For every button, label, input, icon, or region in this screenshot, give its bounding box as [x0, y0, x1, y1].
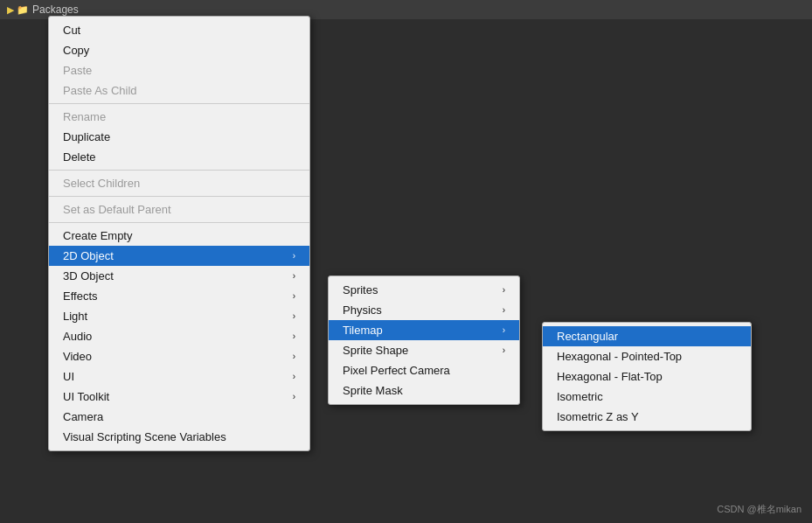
menu-item-label-sprites: Sprites — [343, 283, 378, 296]
menu-item-label-select-children: Select Children — [63, 177, 140, 190]
menu-item-label-rename: Rename — [63, 110, 106, 123]
menu-item-label-2d-object: 2D Object — [63, 249, 114, 262]
menu-item-sprite-mask[interactable]: Sprite Mask — [329, 380, 519, 401]
menu-item-ui[interactable]: UI› — [49, 366, 309, 387]
menu-item-rectangular[interactable]: Rectangular — [543, 326, 751, 346]
menu-item-label-isometric-z-as-y: Isometric Z as Y — [557, 410, 639, 423]
submenu-arrow-3d-object: › — [293, 271, 295, 281]
packages-label: ▶ 📁 Packages — [7, 3, 79, 16]
menu-item-ui-toolkit[interactable]: UI Toolkit› — [49, 387, 309, 407]
menu-item-label-ui: UI — [63, 370, 74, 383]
submenu-arrow-sprite-shape: › — [503, 345, 505, 355]
watermark: CSDN @椎名mikan — [717, 503, 802, 516]
submenu-arrow-light: › — [293, 311, 295, 321]
menu-item-isometric-z-as-y[interactable]: Isometric Z as Y — [543, 407, 751, 427]
menu-item-audio[interactable]: Audio› — [49, 326, 309, 346]
menu-item-physics[interactable]: Physics› — [329, 300, 519, 320]
context-menu-level2: Sprites›Physics›Tilemap›Sprite Shape›Pix… — [328, 275, 520, 405]
menu-item-label-paste: Paste — [63, 64, 92, 77]
menu-item-hexagonal-pointed-top[interactable]: Hexagonal - Pointed-Top — [543, 346, 751, 366]
submenu-arrow-tilemap: › — [503, 325, 505, 335]
menu-item-light[interactable]: Light› — [49, 306, 309, 326]
menu-separator — [49, 196, 309, 197]
menu-item-label-pixel-perfect-camera: Pixel Perfect Camera — [343, 364, 450, 377]
menu-item-tilemap[interactable]: Tilemap› — [329, 320, 519, 340]
menu-separator — [49, 222, 309, 223]
menu-item-label-delete: Delete — [63, 150, 96, 164]
menu-separator — [49, 170, 309, 171]
menu-item-3d-object[interactable]: 3D Object› — [49, 266, 309, 286]
menu-item-label-ui-toolkit: UI Toolkit — [63, 390, 109, 403]
menu-item-sprites[interactable]: Sprites› — [329, 280, 519, 300]
submenu-arrow-sprites: › — [503, 285, 505, 295]
menu-item-label-video: Video — [63, 350, 92, 363]
menu-item-duplicate[interactable]: Duplicate — [49, 127, 309, 147]
menu-item-label-sprite-shape: Sprite Shape — [343, 344, 408, 357]
menu-item-isometric[interactable]: Isometric — [543, 387, 751, 407]
submenu-arrow-ui: › — [293, 372, 295, 381]
folder-icon: ▶ 📁 — [7, 4, 29, 16]
menu-item-hexagonal-flat-top[interactable]: Hexagonal - Flat-Top — [543, 366, 751, 387]
menu-item-cut[interactable]: Cut — [49, 20, 309, 40]
submenu-arrow-ui-toolkit: › — [293, 392, 295, 401]
context-menu-level1: CutCopyPastePaste As ChildRenameDuplicat… — [48, 16, 310, 451]
menu-item-label-3d-object: 3D Object — [63, 269, 114, 282]
menu-item-label-light: Light — [63, 310, 87, 323]
menu-item-select-children: Select Children — [49, 173, 309, 193]
menu-item-label-audio: Audio — [63, 330, 92, 343]
submenu-arrow-physics: › — [503, 305, 505, 315]
menu-item-2d-object[interactable]: 2D Object› — [49, 246, 309, 266]
menu-item-create-empty[interactable]: Create Empty — [49, 226, 309, 246]
menu-item-label-create-empty: Create Empty — [63, 229, 132, 242]
context-menu-level3: RectangularHexagonal - Pointed-TopHexago… — [542, 322, 752, 431]
menu-item-label-copy: Copy — [63, 44, 89, 57]
menu-item-label-camera: Camera — [63, 410, 103, 423]
menu-item-label-duplicate: Duplicate — [63, 130, 110, 143]
menu-item-effects[interactable]: Effects› — [49, 286, 309, 306]
menu-item-label-isometric: Isometric — [557, 390, 603, 403]
menu-item-label-visual-scripting: Visual Scripting Scene Variables — [63, 430, 226, 443]
menu-item-sprite-shape[interactable]: Sprite Shape› — [329, 340, 519, 360]
submenu-arrow-effects: › — [293, 291, 295, 301]
menu-item-delete[interactable]: Delete — [49, 147, 309, 167]
menu-item-label-physics: Physics — [343, 303, 382, 317]
menu-separator — [49, 103, 309, 104]
menu-item-label-effects: Effects — [63, 289, 98, 303]
menu-item-rename: Rename — [49, 107, 309, 127]
menu-item-paste-as-child: Paste As Child — [49, 80, 309, 101]
menu-item-label-set-default-parent: Set as Default Parent — [63, 203, 171, 216]
menu-item-paste: Paste — [49, 60, 309, 80]
menu-item-label-rectangular: Rectangular — [557, 330, 618, 343]
menu-item-pixel-perfect-camera[interactable]: Pixel Perfect Camera — [329, 360, 519, 380]
menu-item-visual-scripting[interactable]: Visual Scripting Scene Variables — [49, 427, 309, 447]
menu-item-label-tilemap: Tilemap — [343, 324, 383, 337]
menu-item-label-paste-as-child: Paste As Child — [63, 84, 137, 97]
submenu-arrow-audio: › — [293, 331, 295, 341]
menu-item-video[interactable]: Video› — [49, 346, 309, 366]
menu-item-label-cut: Cut — [63, 24, 80, 37]
menu-item-set-default-parent: Set as Default Parent — [49, 199, 309, 220]
submenu-arrow-2d-object: › — [293, 251, 295, 261]
menu-item-label-hexagonal-pointed-top: Hexagonal - Pointed-Top — [557, 350, 682, 363]
submenu-arrow-video: › — [293, 352, 295, 361]
menu-item-label-sprite-mask: Sprite Mask — [343, 384, 403, 397]
menu-item-copy[interactable]: Copy — [49, 40, 309, 60]
menu-item-camera[interactable]: Camera — [49, 407, 309, 427]
menu-item-label-hexagonal-flat-top: Hexagonal - Flat-Top — [557, 370, 663, 383]
